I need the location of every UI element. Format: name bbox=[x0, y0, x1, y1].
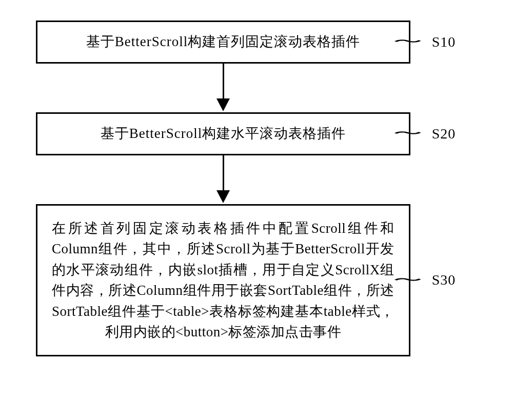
label-col-2: 〜 S20 bbox=[410, 126, 477, 142]
step-label-3: S30 bbox=[432, 272, 456, 288]
tilde-icon: 〜 bbox=[393, 273, 422, 287]
step-row-2: 基于BetterScroll构建水平滚动表格插件 〜 S20 bbox=[36, 112, 477, 155]
label-col-1: 〜 S10 bbox=[410, 34, 477, 50]
step-box-3: 在所述首列固定滚动表格插件中配置Scroll组件和Column组件，其中，所述S… bbox=[36, 204, 410, 356]
step-text-2: 基于BetterScroll构建水平滚动表格插件 bbox=[101, 123, 346, 145]
tilde-icon: 〜 bbox=[393, 127, 422, 141]
step-box-1: 基于BetterScroll构建首列固定滚动表格插件 bbox=[36, 21, 410, 64]
step-text-3: 在所述首列固定滚动表格插件中配置Scroll组件和Column组件，其中，所述S… bbox=[52, 218, 394, 343]
flowchart-container: 基于BetterScroll构建首列固定滚动表格插件 〜 S10 基于Bette… bbox=[36, 21, 477, 356]
step-row-3: 在所述首列固定滚动表格插件中配置Scroll组件和Column组件，其中，所述S… bbox=[36, 204, 477, 356]
arrow-2 bbox=[36, 155, 477, 204]
arrowhead-icon bbox=[216, 190, 230, 203]
step-label-2: S20 bbox=[432, 126, 456, 142]
arrowhead-icon bbox=[216, 98, 230, 111]
label-col-3: 〜 S30 bbox=[410, 272, 477, 288]
step-text-1: 基于BetterScroll构建首列固定滚动表格插件 bbox=[86, 31, 360, 53]
step-label-1: S10 bbox=[432, 34, 456, 50]
step-row-1: 基于BetterScroll构建首列固定滚动表格插件 〜 S10 bbox=[36, 21, 477, 64]
tilde-icon: 〜 bbox=[393, 35, 422, 49]
arrow-line-1 bbox=[223, 64, 224, 99]
step-box-2: 基于BetterScroll构建水平滚动表格插件 bbox=[36, 112, 410, 155]
arrow-line-2 bbox=[223, 155, 224, 191]
arrow-1 bbox=[36, 64, 477, 112]
